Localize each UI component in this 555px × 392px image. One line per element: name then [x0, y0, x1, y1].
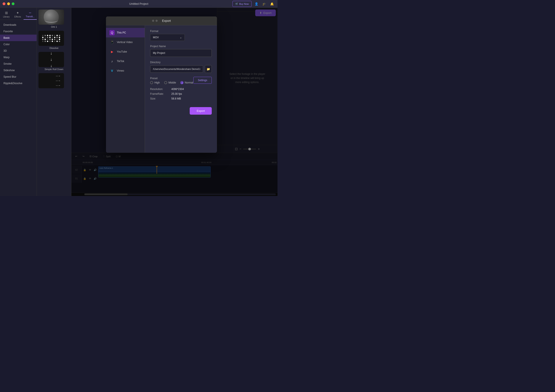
- directory-group: Directory 📁: [150, 61, 212, 73]
- sidebar-item-smoke[interactable]: Smoke: [0, 60, 37, 67]
- top-tabs: ⊞ Library ✦ Effects ↔ Transiti... ✏ Anno…: [0, 8, 37, 20]
- dest-sidebar: Q This PC 📱 Vertical Video ▶ YouTube ♪ T…: [106, 25, 145, 153]
- radio-middle-circle: [164, 81, 167, 84]
- modal-dots: [152, 20, 158, 22]
- orb-shape: [44, 9, 59, 25]
- sidebar-item-ripple-dissolve[interactable]: Ripple&Dissolve: [0, 80, 37, 87]
- dest-vimeo-label: Vimeo: [117, 69, 124, 72]
- sidebar-item-speed-blur[interactable]: Speed Blur: [0, 74, 37, 80]
- user-icon-btn[interactable]: 👤: [253, 1, 259, 7]
- radio-normal-circle: [180, 81, 183, 84]
- vertical-icon: 📱: [110, 40, 115, 45]
- transition-arrows[interactable]: ···→ ···→ ···→: [38, 73, 69, 88]
- traffic-lights: [3, 2, 15, 5]
- transition-dissolve[interactable]: Dissolve: [38, 31, 69, 49]
- export-btn-container: Export: [150, 107, 212, 115]
- settings-button[interactable]: Settings: [193, 77, 212, 84]
- maximize-btn[interactable]: [12, 2, 15, 5]
- project-name-label: Project Name: [150, 45, 212, 48]
- radio-normal-inner: [181, 82, 183, 83]
- orb1-thumb: [38, 9, 64, 25]
- framerate-value: 25.00 fps: [171, 92, 182, 96]
- roll-thumb: ↓ ↓ ↓: [38, 52, 64, 67]
- modal-body: Q This PC 📱 Vertical Video ▶ YouTube ♪ T…: [106, 25, 217, 153]
- minimize-btn[interactable]: [7, 2, 10, 5]
- sidebar-item-3d[interactable]: 3D: [0, 48, 37, 54]
- buy-now-button[interactable]: 🛒 Buy Now: [233, 1, 252, 7]
- framerate-label: FrameRate:: [150, 92, 170, 96]
- dest-vertical-video[interactable]: 📱 Vertical Video: [106, 37, 145, 47]
- tiktok-icon: ♪: [110, 59, 115, 64]
- preset-middle-label: Middle: [168, 81, 176, 84]
- modal-dot-2: [155, 20, 158, 22]
- roll-arrow-1: ↓: [50, 52, 52, 56]
- tab-effects[interactable]: ✦ Effects: [12, 9, 23, 20]
- project-name-input[interactable]: [150, 49, 212, 57]
- effects-icon: ✦: [16, 11, 19, 15]
- tab-transitions[interactable]: ↔ Transiti...: [24, 9, 37, 20]
- transition-roll-down[interactable]: ↓ ↓ ↓ Simple Roll Down: [38, 52, 69, 71]
- preset-high[interactable]: High: [150, 81, 160, 84]
- sidebar-item-color[interactable]: Color: [0, 41, 37, 48]
- format-label: Format: [150, 30, 212, 33]
- radio-high-circle: [150, 81, 153, 84]
- bell-icon-btn[interactable]: 🔔: [269, 1, 275, 7]
- sidebar-item-sideshow[interactable]: Sideshow: [0, 67, 37, 74]
- transition-orb1[interactable]: Orb 1: [38, 9, 69, 28]
- export-modal-button[interactable]: Export: [190, 107, 212, 115]
- sidebar-item-favorite[interactable]: Favorite: [0, 28, 37, 35]
- size-value: 58.8 MB: [171, 97, 181, 100]
- arrow-line-2: ···→: [56, 79, 61, 82]
- folder-btn[interactable]: 📁: [205, 65, 212, 73]
- preset-middle[interactable]: Middle: [164, 81, 176, 84]
- dissolve-label: Dissolve: [38, 47, 69, 49]
- format-select[interactable]: MOV ⌄: [150, 34, 185, 41]
- dest-youtube[interactable]: ▶ YouTube: [106, 47, 145, 56]
- preset-radios: High Middle Normal: [150, 81, 193, 84]
- preset-normal[interactable]: Normal: [180, 81, 193, 84]
- dest-tiktok-label: TikTok: [117, 60, 124, 63]
- preset-high-label: High: [154, 81, 160, 84]
- dest-vimeo[interactable]: V Vimeo: [106, 66, 145, 75]
- format-chevron: ⌄: [180, 36, 182, 39]
- vimeo-icon: V: [110, 68, 115, 73]
- sidebar-menu: Downloads Favorite Basic Color 3D Warp S…: [0, 20, 37, 196]
- roll-arrow-3: ↓: [50, 64, 52, 67]
- dest-tiktok[interactable]: ♪ TikTok: [106, 56, 145, 66]
- arrow-line-1: ···→: [56, 74, 61, 77]
- sidebar-item-downloads[interactable]: Downloads: [0, 22, 37, 28]
- title-bar-right: 🛒 Buy Now 👤 🎓 🔔: [233, 1, 275, 7]
- roll-arrow-2: ↓: [50, 57, 52, 62]
- export-form: Format MOV ⌄ Project Name Directory: [145, 25, 217, 153]
- sidebar-item-warp[interactable]: Warp: [0, 54, 37, 60]
- cart-icon: 🛒: [235, 2, 238, 5]
- directory-input[interactable]: [150, 65, 203, 73]
- tab-library[interactable]: ⊞ Library: [1, 9, 12, 20]
- resolution-label: Resolution:: [150, 88, 170, 91]
- dest-this-pc[interactable]: Q This PC: [106, 28, 145, 37]
- size-row: Size: 58.8 MB: [150, 97, 212, 100]
- preset-label: Preset: [150, 77, 193, 80]
- arrow-line-3: ···→: [56, 84, 61, 87]
- directory-row: 📁: [150, 65, 212, 73]
- library-icon: ⊞: [5, 11, 8, 15]
- title-bar: Untitled Project 🛒 Buy Now 👤 🎓 🔔: [0, 0, 278, 8]
- format-value: MOV: [153, 36, 159, 39]
- modal-header: Export: [106, 16, 217, 25]
- tab-transitions-label: Transiti...: [26, 15, 35, 18]
- pc-icon: Q: [110, 30, 115, 35]
- dest-vertical-label: Vertical Video: [117, 41, 132, 44]
- arrow-thumb: ···→ ···→ ···→: [38, 73, 64, 88]
- format-group: Format MOV ⌄: [150, 30, 212, 41]
- framerate-row: FrameRate: 25.00 fps: [150, 92, 212, 96]
- preset-normal-label: Normal: [185, 81, 193, 84]
- graduation-icon-btn[interactable]: 🎓: [261, 1, 267, 7]
- info-grid: Resolution: 4096*2304 FrameRate: 25.00 f…: [150, 88, 212, 100]
- sidebar-item-basic[interactable]: Basic: [0, 35, 37, 41]
- roll-down-label: Simple Roll Down: [38, 68, 69, 71]
- size-label: Size:: [150, 97, 170, 100]
- dest-youtube-label: YouTube: [117, 50, 127, 53]
- close-btn[interactable]: [3, 2, 5, 5]
- transitions-panel: Orb 1 Dissolve ↓ ↓ ↓ Simple Roll Down: [37, 8, 71, 196]
- tab-effects-label: Effects: [15, 15, 21, 18]
